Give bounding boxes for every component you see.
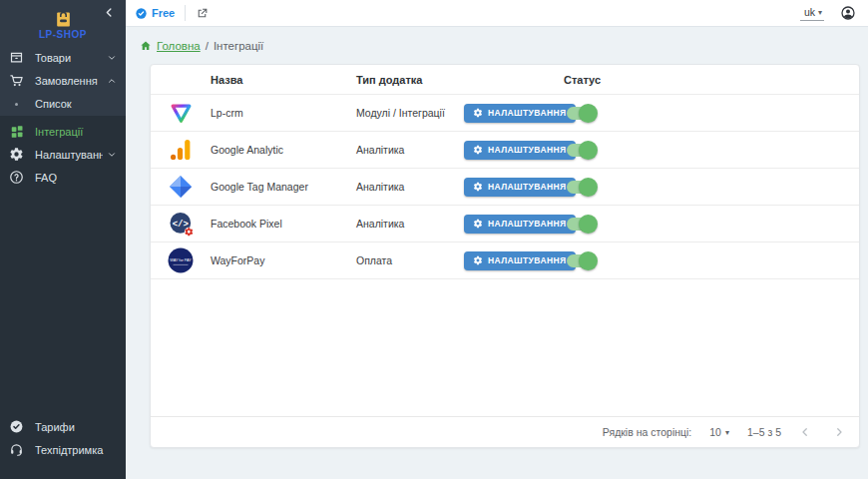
status-cell	[564, 254, 859, 267]
table-empty-space	[151, 279, 859, 416]
status-toggle[interactable]	[567, 218, 596, 231]
home-icon[interactable]	[140, 40, 152, 52]
chevron-down-icon	[107, 53, 117, 63]
status-cell	[564, 144, 859, 157]
sidebar-item-tariffs[interactable]: Тарифи	[0, 415, 126, 438]
rows-per-page-label: Рядків на сторінці:	[603, 426, 691, 438]
next-page-button[interactable]	[833, 426, 845, 438]
topbar: Free uk ▾	[126, 0, 868, 27]
breadcrumb: Головна / Інтеграції	[140, 37, 860, 55]
sidebar-item-label: Інтеграції	[35, 126, 117, 138]
integrations-table-card: Назва Тип додатка Статус Lp-crm Модулі /…	[150, 64, 860, 448]
gear-icon	[473, 255, 483, 265]
rows-per-page-select[interactable]: 10 ▾	[709, 426, 729, 438]
table-footer: Рядків на сторінці: 10 ▾ 1–5 з 5	[151, 416, 859, 447]
plan-badge[interactable]: Free	[135, 7, 175, 20]
settings-button-label: НАЛАШТУВАННЯ	[488, 255, 567, 265]
settings-button[interactable]: НАЛАШТУВАННЯ	[464, 104, 576, 123]
seal-check-icon	[9, 419, 24, 434]
apps-icon	[9, 124, 24, 139]
sidebar-item-label: Налаштування	[35, 149, 103, 161]
column-header-type: Тип додатка	[356, 74, 564, 86]
breadcrumb-home-link[interactable]: Головна	[157, 40, 201, 52]
facebook-pixel-logo	[151, 211, 211, 238]
status-cell	[564, 107, 859, 120]
action-cell: НАЛАШТУВАННЯ	[464, 215, 564, 234]
integration-type: Модулі / Інтеграції	[356, 107, 464, 119]
open-in-new-icon[interactable]	[196, 7, 209, 20]
settings-button[interactable]: НАЛАШТУВАННЯ	[464, 215, 576, 234]
sidebar-item-label: Замовлення	[35, 75, 103, 87]
verified-badge-icon	[135, 7, 148, 20]
language-select[interactable]: uk ▾	[800, 5, 824, 21]
sidebar-item-settings[interactable]: Налаштування	[0, 143, 126, 166]
sidebar: LP-SHOP Товари Замовлення Список Інт	[0, 0, 126, 479]
table-row: Google Analytic Аналітика НАЛАШТУВАННЯ	[151, 132, 859, 169]
lp-shop-bag-icon	[54, 9, 73, 28]
chevron-up-icon	[107, 76, 117, 86]
app-window: LP-SHOP Товари Замовлення Список Інт	[0, 0, 868, 479]
sidebar-item-orders[interactable]: Замовлення	[0, 69, 126, 92]
plan-label: Free	[152, 7, 175, 19]
settings-button-label: НАЛАШТУВАННЯ	[488, 108, 567, 118]
pagination-range: 1–5 з 5	[747, 426, 781, 438]
sidebar-collapse-button[interactable]	[103, 6, 116, 19]
settings-button-label: НАЛАШТУВАННЯ	[488, 182, 567, 192]
rows-per-page-value: 10	[709, 426, 721, 438]
table-row: Facebook Pixel Аналітика НАЛАШТУВАННЯ	[151, 206, 859, 242]
caret-down-icon: ▾	[818, 8, 822, 17]
sidebar-bottom: Тарифи Техпідтримка	[0, 415, 126, 479]
action-cell: НАЛАШТУВАННЯ	[464, 141, 564, 160]
status-cell	[564, 218, 859, 231]
pagination-nav	[799, 426, 845, 438]
google-analytics-logo	[151, 138, 211, 162]
settings-button-label: НАЛАШТУВАННЯ	[488, 219, 567, 229]
integration-name: Lp-crm	[211, 107, 356, 119]
breadcrumb-separator: /	[206, 40, 209, 52]
table-header: Назва Тип додатка Статус	[151, 65, 859, 95]
sidebar-nav-lower: Інтеграції Налаштування FAQ Тарифи Те	[0, 116, 126, 479]
integration-name: WayForPay	[211, 254, 356, 266]
status-toggle[interactable]	[567, 181, 596, 194]
sidebar-item-label: Товари	[35, 52, 103, 64]
table-row: Google Tag Manager Аналітика НАЛАШТУВАНН…	[151, 169, 859, 206]
box-icon	[9, 50, 24, 65]
integration-type: Аналітика	[356, 218, 464, 230]
sidebar-item-products[interactable]: Товари	[0, 46, 126, 69]
settings-button[interactable]: НАЛАШТУВАННЯ	[464, 251, 576, 270]
main-content: Головна / Інтеграції Назва Тип додатка С…	[126, 27, 868, 479]
headset-icon	[9, 442, 24, 457]
integration-name: Facebook Pixel	[211, 218, 356, 230]
table-row: WayForPay Оплата НАЛАШТУВАННЯ	[151, 242, 859, 279]
status-cell	[564, 181, 859, 194]
settings-button[interactable]: НАЛАШТУВАННЯ	[464, 141, 576, 160]
cart-icon	[9, 73, 24, 88]
sidebar-item-faq[interactable]: FAQ	[0, 166, 126, 189]
language-value: uk	[804, 6, 815, 18]
integration-type: Аналітика	[356, 144, 464, 156]
previous-page-button[interactable]	[799, 426, 811, 438]
integration-type: Оплата	[356, 254, 464, 266]
integration-name: Google Tag Manager	[211, 181, 356, 193]
status-toggle[interactable]	[567, 144, 596, 157]
sidebar-item-label: Тарифи	[35, 421, 117, 433]
table-row: Lp-crm Модулі / Інтеграції НАЛАШТУВАННЯ	[151, 95, 859, 132]
dot-bullet	[15, 103, 18, 106]
caret-down-icon: ▾	[725, 428, 729, 437]
integration-type: Аналітика	[356, 181, 464, 193]
topbar-divider	[185, 5, 186, 21]
help-icon	[9, 170, 24, 185]
action-cell: НАЛАШТУВАННЯ	[464, 178, 564, 197]
sidebar-nav-group-open: Товари Замовлення Список	[0, 46, 126, 116]
sidebar-subitem-list[interactable]: Список	[0, 92, 126, 116]
gear-icon	[473, 182, 483, 192]
status-toggle[interactable]	[567, 254, 596, 267]
sidebar-item-integrations[interactable]: Інтеграції	[0, 120, 126, 143]
account-circle-icon[interactable]	[840, 5, 856, 21]
sidebar-item-label: FAQ	[35, 172, 117, 184]
status-toggle[interactable]	[567, 107, 596, 120]
settings-button[interactable]: НАЛАШТУВАННЯ	[464, 178, 576, 197]
gear-icon	[473, 219, 483, 229]
sidebar-item-support[interactable]: Техпідтримка	[0, 438, 126, 461]
sidebar-spacer	[0, 189, 126, 415]
